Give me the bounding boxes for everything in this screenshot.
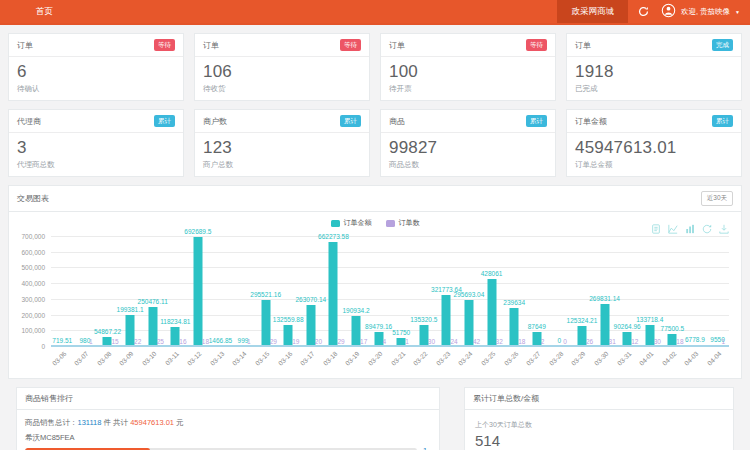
card-title: 订单 (575, 40, 591, 51)
cumulative-orders-panel: 累计订单总数/金额 上个30天订单总数 514 最近30天订单总数 496 (464, 387, 734, 450)
count-label: 1 (722, 338, 726, 345)
chart-column: 87649203-27 (525, 236, 548, 346)
x-axis-tick: 04-03 (683, 350, 700, 367)
stat-card-orders-completed: 订单完成 1918已完成 (566, 33, 742, 101)
sales-panel-title: 商品销售排行 (25, 393, 73, 404)
chart-column: 662273.582903-18 (322, 236, 345, 346)
amount-label: 428061 (481, 270, 503, 277)
summary-prefix: 商品销售总计： (25, 418, 78, 427)
mall-button[interactable]: 政采网商城 (557, 0, 628, 23)
card-subtitle: 代理商总数 (17, 160, 175, 170)
x-axis-tick: 03-25 (480, 350, 497, 367)
chart-column: 719.5103-06 (51, 236, 74, 346)
card-title: 订单 (203, 40, 219, 51)
amount-label: 90264.96 (614, 323, 641, 330)
x-axis-tick: 03-22 (412, 350, 429, 367)
legend-label: 订单数 (399, 218, 420, 228)
chart-column: 54867.221503-08 (96, 236, 119, 346)
chart-body: 订单金额 订单数 0100,000200,000300,000400,00050… (9, 212, 741, 378)
card-value: 6 (17, 62, 175, 82)
x-axis-tick: 03-29 (570, 350, 587, 367)
amount-bar[interactable] (329, 242, 338, 346)
count-label: 2 (541, 338, 545, 345)
count-label: 1 (89, 338, 93, 345)
totals-panel-title: 累计订单总数/金额 (473, 393, 539, 404)
x-axis-tick: 03-11 (164, 350, 180, 366)
y-axis-tick: 500,000 (17, 264, 45, 271)
card-value: 99827 (389, 138, 547, 158)
count-label: 12 (631, 338, 638, 345)
x-axis-tick: 03-19 (344, 350, 361, 367)
refresh-button[interactable] (628, 0, 659, 23)
summary-amount: 45947613.01 (130, 418, 174, 427)
range-30d-button[interactable]: 近30天 (701, 191, 733, 206)
x-axis-tick: 03-28 (548, 350, 565, 367)
chart-column: 295693.044203-24 (458, 236, 481, 346)
x-axis-tick: 04-02 (661, 350, 678, 367)
transaction-chart-panel: 交易图表 近30天 订单金额 订单数 0100,000200,000300,00… (8, 185, 742, 379)
x-axis-tick: 03-08 (96, 350, 113, 367)
stat-card-products-total: 商品累计 99827商品总数 (380, 109, 556, 177)
amount-bar[interactable] (193, 237, 202, 346)
top-navbar: 首页 政采网商城 欢迎, 贵茄映像 ▼ (0, 0, 750, 25)
count-label: 20 (315, 338, 322, 345)
amount-label: 0 (558, 337, 562, 344)
chart-plot: 719.5103-06980103-0754867.221503-0819938… (51, 236, 729, 346)
summary-count: 131118 (78, 418, 102, 427)
status-badge: 累计 (340, 115, 361, 127)
refresh-icon (638, 3, 649, 21)
y-axis-tick: 700,000 (17, 233, 45, 240)
amount-bar[interactable] (487, 279, 496, 346)
chart-x-axis-line (51, 345, 729, 347)
amount-label: 87649 (528, 323, 546, 330)
x-axis-tick: 03-10 (141, 350, 158, 367)
summary-amount-unit: 元 (176, 418, 184, 427)
chart-column: 199381.12203-09 (119, 236, 142, 346)
card-value: 45947613.01 (575, 138, 733, 158)
x-axis-tick: 03-27 (525, 350, 542, 367)
stat-card-agents-total: 代理商累计 3代理商总数 (8, 109, 184, 177)
count-label: 30 (428, 338, 435, 345)
legend-swatch-purple (386, 220, 395, 227)
chart-panel-title: 交易图表 (17, 193, 49, 204)
card-subtitle: 商户总数 (203, 160, 361, 170)
nav-home-link[interactable]: 首页 (36, 0, 53, 23)
totals-row: 上个30天订单总数 514 (475, 420, 723, 449)
chart-column: 1466.8503-13 (209, 236, 232, 346)
chart-column: 118234.811603-11 (164, 236, 187, 346)
chart-column: 0003-28 (548, 236, 571, 346)
x-axis-tick: 03-07 (73, 350, 90, 367)
count-label: 29 (270, 338, 277, 345)
count-label: 19 (292, 338, 299, 345)
avatar-icon (661, 3, 676, 20)
amount-label: 239634 (503, 299, 525, 306)
card-title: 商品 (389, 116, 405, 127)
count-label: 25 (157, 338, 164, 345)
product-sales-ranking-panel: 商品销售排行 商品销售总计：131118 件 共计 45947613.01 元 … (16, 387, 440, 450)
count-label: 18 (518, 338, 525, 345)
legend-item-order-amount[interactable]: 订单金额 (331, 218, 372, 228)
count-label: 4 (383, 338, 387, 345)
count-label: 29 (337, 338, 344, 345)
x-axis-tick: 03-12 (186, 350, 203, 367)
product-value: 1 (423, 446, 431, 450)
chart-columns: 719.5103-06980103-0754867.221503-0819938… (51, 236, 729, 346)
card-title: 商户数 (203, 116, 227, 127)
product-name: 希沃MC85FEA (25, 433, 431, 443)
legend-item-order-count[interactable]: 订单数 (386, 218, 420, 228)
x-axis-tick: 03-16 (276, 350, 293, 367)
x-axis-tick: 03-21 (389, 350, 406, 367)
x-axis-tick: 03-06 (51, 350, 68, 367)
user-menu[interactable]: 欢迎, 贵茄映像 ▼ (659, 0, 750, 23)
count-label: 0 (563, 338, 567, 345)
amount-label: 190934.2 (342, 307, 369, 314)
status-badge: 等待 (340, 39, 361, 51)
y-axis-tick: 600,000 (17, 249, 45, 256)
chart-column: 133718.43004-01 (638, 236, 661, 346)
x-axis-tick: 03-09 (118, 350, 135, 367)
y-axis-tick: 100,000 (17, 327, 45, 334)
amount-label: 135320.5 (410, 316, 437, 323)
x-axis-tick: 03-17 (299, 350, 316, 367)
status-badge: 累计 (526, 115, 547, 127)
card-value: 100 (389, 62, 547, 82)
